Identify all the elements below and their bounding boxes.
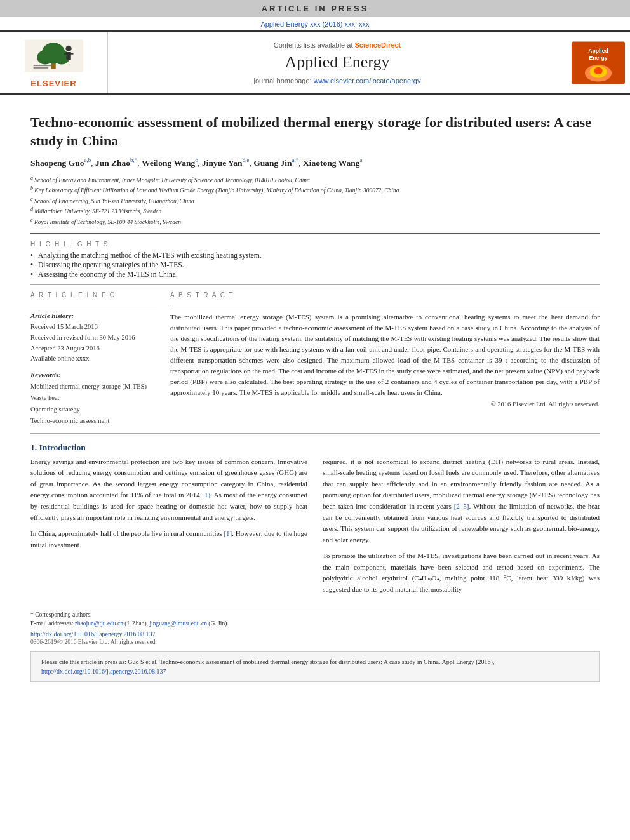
footnote-email-zhao[interactable]: zhaojun@tju.edu.cn	[75, 620, 123, 627]
article-info-label: A R T I C L E I N F O	[30, 291, 158, 298]
divider-after-affiliations	[30, 233, 600, 234]
history-revised: Received in revised form 30 May 2016	[30, 333, 158, 343]
svg-point-5	[65, 46, 71, 51]
author-jinyue-yan: Jinyue Yan	[202, 158, 243, 168]
keywords-section: Keywords: Mobilized thermal energy stora…	[30, 371, 158, 426]
intro-para-1: Energy savings and environmental protect…	[30, 457, 307, 524]
intro-right-col: required, it is not economical to expand…	[323, 457, 600, 601]
svg-text:Energy: Energy	[589, 55, 607, 61]
keyword-4: Techno-economic assessment	[30, 415, 158, 427]
applied-energy-logo-icon: Applied Energy	[572, 41, 625, 85]
intro-para-4: To promote the utilization of the M-TES,…	[323, 550, 600, 595]
highlight-item-1: Analyzing the matching method of the M-T…	[30, 251, 600, 259]
affiliation-b: b Key Laboratory of Efficient Utilizatio…	[30, 185, 600, 195]
svg-point-16	[594, 67, 602, 74]
author-weilong-wang: Weilong Wang	[142, 158, 195, 168]
contents-text: Contents lists available at	[274, 41, 355, 49]
author-guang-jin: Guang Jin	[253, 158, 292, 168]
citation-box: Please cite this article in press as: Gu…	[30, 651, 600, 682]
svg-rect-10	[33, 67, 48, 69]
science-direct-link[interactable]: ScienceDirect	[355, 41, 401, 49]
highlight-item-2: Discussing the operating strategies of t…	[30, 261, 600, 269]
svg-point-3	[37, 50, 53, 64]
banner-text: ARTICLE IN PRESS	[262, 4, 369, 13]
svg-text:Applied: Applied	[588, 47, 608, 53]
article-history-label: Article history:	[30, 312, 158, 319]
journal-homepage-line: journal homepage: www.elsevier.com/locat…	[254, 77, 421, 84]
affiliation-c: c School of Engineering, Sun Yat-sen Uni…	[30, 196, 600, 206]
divider-info	[30, 305, 158, 305]
highlight-item-3: Assessing the economy of the M-TES in Ch…	[30, 270, 600, 278]
intro-left-col: Energy savings and environmental protect…	[30, 457, 307, 601]
article-info-col: A R T I C L E I N F O Article history: R…	[30, 291, 158, 427]
article-info-abstract-section: A R T I C L E I N F O Article history: R…	[30, 291, 600, 427]
abstract-label: A B S T R A C T	[170, 291, 600, 298]
intro-section-name: Introduction	[39, 443, 86, 452]
journal-center: Contents lists available at ScienceDirec…	[108, 32, 566, 93]
science-direct-line: Contents lists available at ScienceDirec…	[274, 41, 401, 49]
citation-box-link[interactable]: http://dx.doi.org/10.1016/j.apenergy.201…	[41, 668, 166, 675]
author-shaopeng-guo: Shaopeng Guo	[30, 158, 84, 168]
citation-text: Please cite this article in press as: Gu…	[41, 658, 494, 665]
cite-1[interactable]: [1]	[202, 491, 210, 498]
keyword-3: Operating strategy	[30, 404, 158, 415]
author-xiaotong-wang: Xiaotong Wang	[303, 158, 359, 168]
footnote-email-jin[interactable]: jinguang@imust.edu.cn	[149, 620, 207, 627]
affiliations: a School of Energy and Environment, Inne…	[30, 175, 600, 227]
intro-two-col: Energy savings and environmental protect…	[30, 457, 600, 601]
affiliation-a: a School of Energy and Environment, Inne…	[30, 175, 600, 185]
history-accepted: Accepted 23 August 2016	[30, 343, 158, 354]
history-online: Available online xxxx	[30, 354, 158, 364]
svg-rect-9	[33, 65, 51, 66]
authors-line: Shaopeng Guoa,b, Jun Zhaob,*, Weilong Wa…	[30, 156, 600, 170]
elsevier-logo-area: ELSEVIER	[0, 32, 108, 93]
keyword-1: Mobilized thermal energy storage (M-TES)	[30, 381, 158, 392]
svg-rect-8	[69, 53, 73, 55]
journal-ref-text: Applied Energy xxx (2016) xxx–xxx	[260, 20, 369, 28]
journal-ref-line: Applied Energy xxx (2016) xxx–xxx	[0, 17, 630, 30]
page: ARTICLE IN PRESS Applied Energy xxx (201…	[0, 0, 630, 840]
applied-energy-logo-area: Applied Energy	[566, 32, 630, 93]
affiliation-e: e Royal Institute of Technology, SE-100 …	[30, 217, 600, 227]
journal-title-header: Applied Energy	[285, 53, 390, 72]
history-received: Received 15 March 2016	[30, 322, 158, 333]
author-jun-zhao: Jun Zhao	[95, 158, 130, 168]
intro-section-title: 1. Introduction	[30, 443, 600, 453]
svg-rect-7	[64, 53, 67, 55]
highlights-section: H I G H L I G H T S Analyzing the matchi…	[30, 241, 600, 278]
keywords-label: Keywords:	[30, 371, 158, 378]
abstract-copyright: © 2016 Elsevier Ltd. All rights reserved…	[170, 401, 600, 408]
cite-3[interactable]: [2–5]	[454, 502, 469, 510]
abstract-col: A B S T R A C T The mobilized thermal en…	[170, 291, 600, 427]
keyword-2: Waste heat	[30, 392, 158, 404]
cite-2[interactable]: [1]	[224, 530, 232, 537]
article-in-press-banner: ARTICLE IN PRESS	[0, 0, 630, 17]
highlights-label: H I G H L I G H T S	[30, 241, 600, 248]
homepage-prefix: journal homepage:	[254, 77, 314, 84]
article-title: Techno-economic assessment of mobilized …	[30, 114, 600, 150]
copyright-footer: 0306-2619/© 2016 Elsevier Ltd. All right…	[30, 639, 600, 645]
footnote-star: * Corresponding authors.	[30, 610, 600, 619]
intro-para-2: In China, approximately half of the peop…	[30, 528, 307, 550]
footnote-email: E-mail addresses: zhaojun@tju.edu.cn (J.…	[30, 619, 600, 628]
divider-before-intro	[30, 433, 600, 434]
intro-section-number: 1.	[30, 443, 37, 452]
footnote-section: * Corresponding authors. E-mail addresse…	[30, 606, 600, 629]
abstract-text: The mobilized thermal energy storage (M-…	[170, 312, 600, 398]
intro-para-3: required, it is not economical to expand…	[323, 457, 600, 546]
elsevier-label: ELSEVIER	[30, 79, 76, 88]
doi-line[interactable]: http://dx.doi.org/10.1016/j.apenergy.201…	[30, 630, 600, 637]
homepage-url[interactable]: www.elsevier.com/locate/apenergy	[314, 77, 421, 84]
main-content: Techno-economic assessment of mobilized …	[0, 95, 630, 692]
affiliation-d: d Mälardalen University, SE-721 23 Väste…	[30, 206, 600, 216]
elsevier-tree-icon	[19, 37, 89, 75]
divider-after-highlights	[30, 284, 600, 285]
divider-abstract	[170, 305, 600, 305]
journal-header: ELSEVIER Contents lists available at Sci…	[0, 30, 630, 95]
doi-url[interactable]: http://dx.doi.org/10.1016/j.apenergy.201…	[30, 630, 155, 637]
